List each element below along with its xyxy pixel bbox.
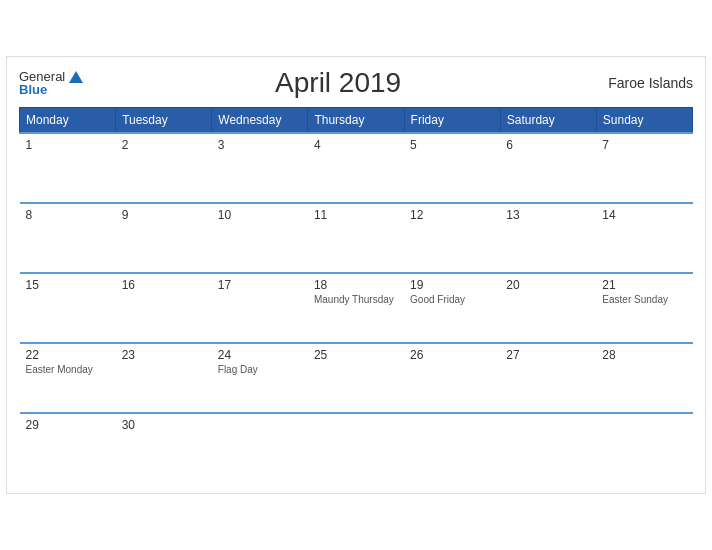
day-number: 20 <box>506 278 590 292</box>
day-cell: 11 <box>308 203 404 273</box>
day-number: 9 <box>122 208 206 222</box>
day-cell: 14 <box>596 203 692 273</box>
day-number: 6 <box>506 138 590 152</box>
holiday-label: Easter Sunday <box>602 294 686 305</box>
day-number: 16 <box>122 278 206 292</box>
holiday-label: Easter Monday <box>26 364 110 375</box>
day-cell: 29 <box>20 413 116 483</box>
day-number: 2 <box>122 138 206 152</box>
holiday-label: Maundy Thursday <box>314 294 398 305</box>
day-cell: 9 <box>116 203 212 273</box>
header-friday: Friday <box>404 108 500 134</box>
day-cell: 1 <box>20 133 116 203</box>
header-saturday: Saturday <box>500 108 596 134</box>
day-number: 29 <box>26 418 110 432</box>
holiday-label: Good Friday <box>410 294 494 305</box>
day-cell: 4 <box>308 133 404 203</box>
day-cell <box>500 413 596 483</box>
logo-triangle-icon <box>69 71 83 83</box>
day-cell <box>596 413 692 483</box>
day-cell: 21Easter Sunday <box>596 273 692 343</box>
day-cell: 15 <box>20 273 116 343</box>
day-number: 21 <box>602 278 686 292</box>
day-number: 22 <box>26 348 110 362</box>
day-number: 25 <box>314 348 398 362</box>
day-cell: 18Maundy Thursday <box>308 273 404 343</box>
week-row-5: 2930 <box>20 413 693 483</box>
day-cell: 22Easter Monday <box>20 343 116 413</box>
header-tuesday: Tuesday <box>116 108 212 134</box>
calendar-header: General Blue April 2019 Faroe Islands <box>19 67 693 99</box>
day-number: 28 <box>602 348 686 362</box>
day-cell: 30 <box>116 413 212 483</box>
day-cell: 6 <box>500 133 596 203</box>
week-row-4: 22Easter Monday2324Flag Day25262728 <box>20 343 693 413</box>
day-cell: 24Flag Day <box>212 343 308 413</box>
day-number: 11 <box>314 208 398 222</box>
logo: General Blue <box>19 70 83 96</box>
day-cell: 7 <box>596 133 692 203</box>
day-cell: 2 <box>116 133 212 203</box>
day-number: 27 <box>506 348 590 362</box>
day-number: 10 <box>218 208 302 222</box>
day-cell: 3 <box>212 133 308 203</box>
day-cell: 8 <box>20 203 116 273</box>
week-row-3: 15161718Maundy Thursday19Good Friday2021… <box>20 273 693 343</box>
week-row-2: 891011121314 <box>20 203 693 273</box>
week-row-1: 1234567 <box>20 133 693 203</box>
header-sunday: Sunday <box>596 108 692 134</box>
day-cell: 16 <box>116 273 212 343</box>
day-number: 19 <box>410 278 494 292</box>
day-cell: 27 <box>500 343 596 413</box>
calendar-table: Monday Tuesday Wednesday Thursday Friday… <box>19 107 693 483</box>
day-number: 7 <box>602 138 686 152</box>
calendar-title: April 2019 <box>83 67 593 99</box>
day-cell: 13 <box>500 203 596 273</box>
day-number: 30 <box>122 418 206 432</box>
day-number: 5 <box>410 138 494 152</box>
day-number: 13 <box>506 208 590 222</box>
day-cell: 12 <box>404 203 500 273</box>
calendar: General Blue April 2019 Faroe Islands Mo… <box>6 56 706 494</box>
day-cell <box>404 413 500 483</box>
day-number: 14 <box>602 208 686 222</box>
day-cell: 17 <box>212 273 308 343</box>
header-thursday: Thursday <box>308 108 404 134</box>
header-wednesday: Wednesday <box>212 108 308 134</box>
day-number: 17 <box>218 278 302 292</box>
day-number: 24 <box>218 348 302 362</box>
day-number: 4 <box>314 138 398 152</box>
day-cell <box>212 413 308 483</box>
day-cell <box>308 413 404 483</box>
day-number: 15 <box>26 278 110 292</box>
day-cell: 28 <box>596 343 692 413</box>
header-monday: Monday <box>20 108 116 134</box>
day-cell: 23 <box>116 343 212 413</box>
day-number: 18 <box>314 278 398 292</box>
days-header-row: Monday Tuesday Wednesday Thursday Friday… <box>20 108 693 134</box>
calendar-region: Faroe Islands <box>593 75 693 91</box>
day-number: 26 <box>410 348 494 362</box>
day-cell: 5 <box>404 133 500 203</box>
day-cell: 26 <box>404 343 500 413</box>
day-cell: 25 <box>308 343 404 413</box>
logo-blue-text: Blue <box>19 83 83 96</box>
day-number: 3 <box>218 138 302 152</box>
day-number: 12 <box>410 208 494 222</box>
holiday-label: Flag Day <box>218 364 302 375</box>
day-number: 1 <box>26 138 110 152</box>
day-cell: 10 <box>212 203 308 273</box>
day-cell: 20 <box>500 273 596 343</box>
day-number: 8 <box>26 208 110 222</box>
day-cell: 19Good Friday <box>404 273 500 343</box>
day-number: 23 <box>122 348 206 362</box>
